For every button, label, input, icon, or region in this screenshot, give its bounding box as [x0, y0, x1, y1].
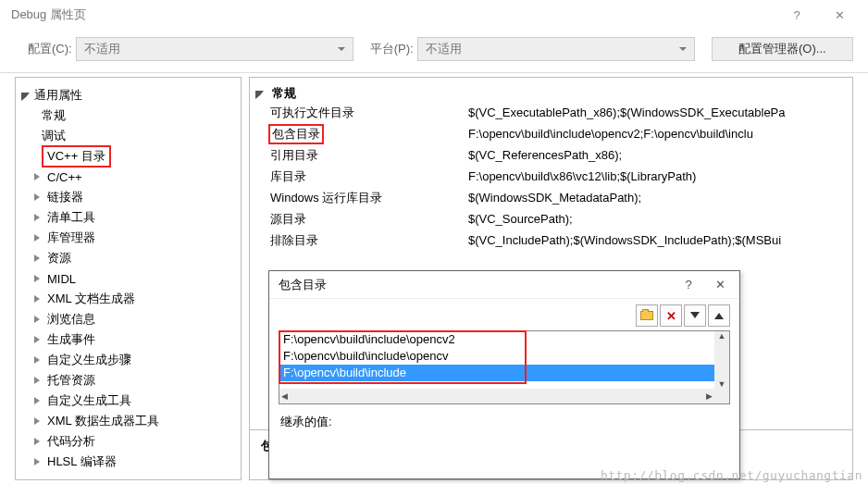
prop-value[interactable]: $(VC_ReferencesPath_x86);	[468, 148, 852, 162]
delete-line-button[interactable]: ✕	[660, 304, 682, 327]
expand-icon[interactable]	[34, 437, 43, 446]
tree-item-label: 代码分析	[47, 433, 95, 450]
tree-item[interactable]: 浏览信息	[16, 309, 241, 329]
tree-item[interactable]: 生成事件	[16, 329, 241, 350]
prop-row-include-dirs[interactable]: 包含目录 F:\opencv\build\include\opencv2;F:\…	[250, 123, 852, 144]
tree-item[interactable]: 调试	[16, 126, 241, 146]
expand-icon[interactable]	[34, 416, 43, 426]
help-button[interactable]: ?	[775, 0, 818, 30]
expand-icon[interactable]	[34, 192, 43, 202]
prop-row[interactable]: 源目录 $(VC_SourcePath);	[250, 208, 852, 230]
scroll-right-icon[interactable]: ▶	[706, 391, 713, 401]
property-tree[interactable]: 通用属性 常规 调试 VC++ 目录 C/C++ 链接器 清单工具 库管理器 资…	[15, 77, 242, 480]
dialog-title-bar: 包含目录 ? ✕	[269, 271, 739, 299]
tree-item[interactable]: XML 文档生成器	[16, 289, 241, 309]
tree-item[interactable]: 自定义生成步骤	[16, 350, 241, 370]
expand-icon[interactable]	[34, 274, 43, 283]
tree-item-label: 资源	[47, 250, 71, 267]
expand-icon[interactable]	[34, 457, 43, 466]
prop-label: Windows 运行库目录	[270, 190, 468, 206]
tree-item[interactable]: 资源	[16, 248, 241, 268]
expand-icon[interactable]	[34, 315, 43, 324]
new-line-button[interactable]	[636, 304, 658, 327]
prop-row[interactable]: 库目录 F:\opencv\build\x86\vc12\lib;$(Libra…	[250, 166, 852, 187]
tree-item-label: 自定义生成步骤	[47, 352, 131, 368]
path-listbox[interactable]: F:\opencv\build\include\opencv2 F:\openc…	[279, 330, 730, 404]
horizontal-scrollbar[interactable]: ◀ ▶	[279, 389, 729, 403]
tree-root[interactable]: 通用属性	[16, 85, 241, 105]
tree-item[interactable]: C/C++	[16, 167, 241, 187]
list-item[interactable]: F:\opencv\build\include\opencv	[279, 348, 729, 365]
tree-item-label: 清单工具	[47, 209, 95, 226]
list-item-selected[interactable]: F:\opencv\build\include	[279, 365, 729, 381]
tree-item[interactable]: XML 数据生成器工具	[16, 411, 241, 431]
close-icon: ✕	[715, 278, 725, 292]
section-header[interactable]: 常规	[250, 85, 852, 102]
arrow-down-icon	[690, 308, 700, 323]
dialog-help-button[interactable]: ?	[673, 273, 704, 297]
tree-item[interactable]: 托管资源	[16, 370, 241, 391]
tree-item-label: 托管资源	[47, 372, 95, 389]
window-title: Debug 属性页	[7, 6, 775, 23]
expand-icon[interactable]	[34, 233, 43, 242]
tree-item[interactable]: 自定义生成工具	[16, 391, 241, 411]
scroll-left-icon[interactable]: ◀	[281, 391, 288, 401]
expand-icon[interactable]	[34, 172, 43, 181]
move-down-button[interactable]	[684, 304, 706, 327]
prop-value[interactable]: $(VC_SourcePath);	[468, 212, 852, 226]
tree-item-label: 生成事件	[47, 331, 95, 348]
platform-combo[interactable]: 不适用	[417, 37, 695, 61]
expand-icon[interactable]	[34, 254, 43, 263]
tree-item-label: 链接器	[47, 189, 83, 205]
dialog-toolbar: ✕	[269, 299, 739, 330]
vertical-scrollbar[interactable]: ▲ ▼	[714, 331, 729, 389]
tree-item-label: VC++ 目录	[42, 145, 111, 168]
collapse-icon[interactable]	[255, 89, 267, 99]
platform-label: 平台(P):	[370, 41, 414, 57]
expand-icon[interactable]	[34, 335, 43, 344]
tree-item-label: 调试	[42, 128, 66, 144]
folder-icon	[640, 311, 653, 320]
close-button[interactable]: ✕	[818, 0, 861, 30]
platform-value: 不适用	[426, 41, 462, 57]
prop-value[interactable]: $(VC_ExecutablePath_x86);$(WindowsSDK_Ex…	[468, 105, 852, 119]
dialog-close-button[interactable]: ✕	[704, 273, 736, 297]
expand-icon[interactable]	[34, 376, 43, 385]
close-icon: ✕	[835, 8, 845, 22]
tree-item-label: 常规	[42, 107, 66, 124]
expand-icon[interactable]	[34, 213, 43, 222]
prop-row[interactable]: 引用目录 $(VC_ReferencesPath_x86);	[250, 144, 852, 166]
prop-label: 排除目录	[270, 232, 468, 249]
config-combo[interactable]: 不适用	[76, 37, 353, 61]
tree-item[interactable]: 库管理器	[16, 228, 241, 248]
watermark: http://blog.csdn.net/guyuchangtian	[601, 468, 862, 482]
prop-value[interactable]: F:\opencv\build\include\opencv2;F:\openc…	[468, 127, 852, 141]
expand-icon[interactable]	[34, 396, 43, 405]
prop-row[interactable]: 排除目录 $(VC_IncludePath);$(WindowsSDK_Incl…	[250, 230, 852, 251]
scroll-up-icon[interactable]: ▲	[718, 331, 726, 341]
list-item[interactable]: F:\opencv\build\include\opencv2	[279, 331, 729, 348]
config-value: 不适用	[84, 41, 120, 57]
expand-icon[interactable]	[34, 294, 43, 304]
tree-item[interactable]: 链接器	[16, 187, 241, 207]
tree-item[interactable]: 代码分析	[16, 431, 241, 452]
config-label: 配置(C):	[28, 41, 72, 57]
tree-item-label: C/C++	[47, 170, 82, 184]
tree-item-vcpp-dirs[interactable]: VC++ 目录	[16, 146, 241, 167]
help-icon: ?	[685, 278, 691, 292]
move-up-button[interactable]	[708, 304, 730, 327]
tree-item[interactable]: 常规	[16, 105, 241, 126]
config-manager-button[interactable]: 配置管理器(O)...	[712, 37, 853, 61]
prop-row[interactable]: Windows 运行库目录 $(WindowsSDK_MetadataPath)…	[250, 187, 852, 208]
tree-item[interactable]: 清单工具	[16, 207, 241, 228]
tree-item[interactable]: MIDL	[16, 268, 241, 289]
expand-icon[interactable]	[34, 355, 43, 365]
prop-row[interactable]: 可执行文件目录 $(VC_ExecutablePath_x86);$(Windo…	[250, 102, 852, 123]
x-icon: ✕	[666, 309, 676, 323]
prop-value[interactable]: $(VC_IncludePath);$(WindowsSDK_IncludePa…	[468, 233, 852, 247]
prop-label: 源目录	[270, 211, 468, 228]
scroll-down-icon[interactable]: ▼	[718, 379, 726, 389]
tree-item[interactable]: HLSL 编译器	[16, 452, 241, 472]
prop-value[interactable]: $(WindowsSDK_MetadataPath);	[468, 191, 852, 205]
prop-value[interactable]: F:\opencv\build\x86\vc12\lib;$(LibraryPa…	[468, 169, 852, 183]
